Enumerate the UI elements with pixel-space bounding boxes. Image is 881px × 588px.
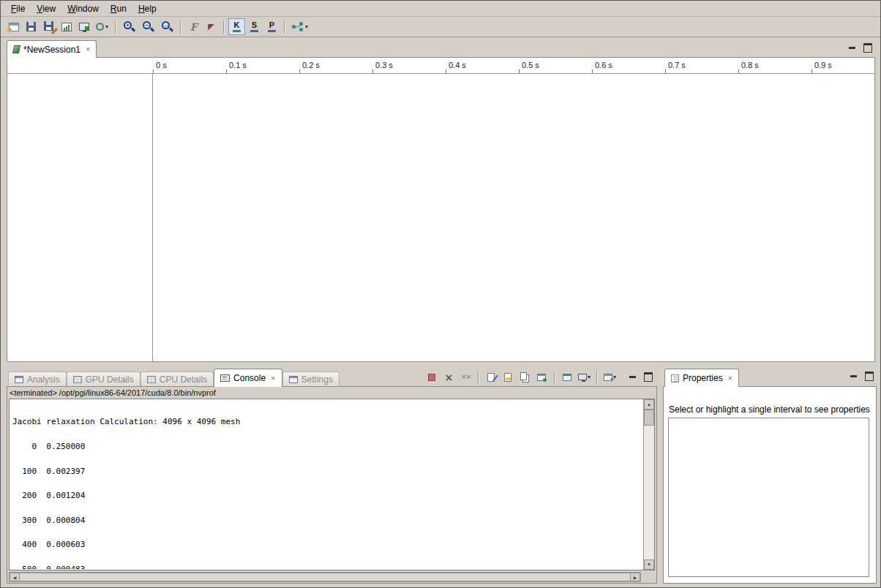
clear-console-button[interactable] [484, 369, 499, 385]
maximize-button[interactable] [865, 372, 874, 380]
scroll-left-button[interactable]: ◀ [10, 573, 20, 581]
run-analysis-dropdown-button[interactable]: ▾ [289, 18, 311, 35]
scroll-right-button[interactable]: ▶ [630, 573, 640, 581]
import-session-button[interactable] [75, 18, 92, 35]
display-selected-console-button[interactable] [560, 369, 575, 385]
save-button[interactable] [23, 18, 40, 35]
properties-message: Select or highlight a single interval to… [669, 404, 870, 415]
menu-window[interactable]: Window [61, 1, 105, 16]
dropdown-icon: ▾ [588, 374, 591, 380]
horizontal-scrollbar[interactable]: ◀ ▶ [9, 572, 641, 582]
zoom-in-button[interactable]: + [120, 18, 138, 35]
profile-application-button[interactable] [58, 18, 75, 35]
console-process-label: <terminated> /opt/pgi/linux86-64/2017/cu… [10, 388, 216, 397]
open-console-icon [604, 374, 612, 381]
analysis-tab-icon [15, 376, 23, 383]
nvvp-window: File View Window Run Help ▾ + [0, 0, 881, 588]
tab-properties[interactable]: Properties × [664, 369, 739, 387]
console-line: 0 0.250000 [12, 442, 642, 451]
kernel-toggle-button[interactable]: K [228, 18, 245, 35]
tab-analysis[interactable]: Analysis [8, 372, 67, 387]
main-toolbar: ▾ + − ↔ F ◤ K [1, 17, 880, 37]
minimize-button[interactable] [849, 372, 858, 380]
remove-all-launches-button[interactable]: ×× [458, 369, 473, 385]
menu-file[interactable]: File [5, 1, 31, 16]
settings-tab-icon [289, 376, 298, 383]
tab-settings[interactable]: Settings [282, 372, 340, 387]
minimize-button[interactable] [628, 373, 637, 382]
vertical-scrollbar[interactable]: ▲ ▼ [643, 399, 654, 570]
display-console-icon [563, 374, 571, 381]
zoom-out-button[interactable]: − [139, 18, 157, 35]
process-icon: P [268, 21, 276, 32]
collect-metrics-dropdown-button[interactable]: ▾ [93, 18, 111, 35]
console-output-text: Jacobi relaxation Calculation: 4096 x 40… [10, 400, 642, 569]
tab-analysis-label: Analysis [27, 374, 60, 385]
toolbar-separator [596, 371, 598, 384]
menu-help[interactable]: Help [132, 1, 162, 16]
save-as-button[interactable] [40, 18, 57, 35]
flag-button[interactable]: F [185, 18, 202, 35]
maximize-button[interactable] [863, 43, 872, 52]
clear-console-icon [487, 373, 495, 382]
toolbar-separator [115, 20, 116, 34]
session-tab-label: *NewSession1 [23, 45, 80, 55]
new-session-button[interactable] [5, 18, 22, 35]
dropdown-icon: ▾ [305, 24, 308, 30]
tab-cpu-details[interactable]: CPU Details [140, 372, 214, 387]
minimize-button[interactable] [847, 43, 856, 52]
open-console-dropdown-button[interactable]: ▾ [602, 369, 618, 385]
remove-all-icon: ×× [461, 374, 471, 380]
stream-toggle-button[interactable]: S [246, 18, 263, 35]
remove-launch-button[interactable]: × [441, 369, 457, 385]
ruler-tick: 0.8 s [741, 61, 759, 69]
menu-view[interactable]: View [31, 1, 61, 16]
maximize-button[interactable] [644, 373, 653, 382]
close-icon[interactable]: × [728, 374, 732, 382]
scroll-up-button[interactable]: ▲ [644, 399, 654, 410]
marker-button[interactable]: ◤ [203, 18, 220, 35]
console-toolbar: × ×× [424, 369, 657, 387]
ruler-tick: 0.5 s [522, 61, 539, 69]
word-wrap-icon [520, 372, 527, 380]
scroll-down-button[interactable]: ▼ [644, 559, 654, 570]
ruler-tick: 0.4 s [449, 61, 466, 69]
terminate-button[interactable] [424, 369, 440, 385]
console-line: 300 0.000804 [12, 516, 642, 524]
console-output[interactable]: Jacobi relaxation Calculation: 4096 x 40… [9, 399, 655, 570]
kernel-icon: K [233, 21, 241, 32]
display-console-dropdown-button[interactable]: ▾ [577, 369, 592, 385]
horizontal-scrollbar-thumb[interactable] [19, 573, 631, 581]
stream-icon: S [250, 21, 258, 32]
zoom-in-icon: + [123, 20, 135, 33]
tab-gpu-details[interactable]: GPU Details [67, 372, 140, 387]
timeline-ruler[interactable]: 0 s 0.1 s 0.2 s 0.3 s 0.4 s 0.5 s 0.6 s … [7, 58, 874, 74]
save-icon [26, 22, 36, 31]
console-icon [220, 374, 230, 382]
word-wrap-button[interactable] [517, 369, 533, 385]
vertical-scrollbar-thumb[interactable] [644, 410, 654, 426]
process-toggle-button[interactable]: P [263, 18, 280, 35]
pin-console-button[interactable] [534, 369, 550, 385]
table-icon [73, 376, 82, 383]
ruler-tick: 0.6 s [595, 61, 612, 69]
timeline-canvas[interactable] [154, 74, 874, 361]
timeline-names-column [7, 74, 153, 361]
zoom-fit-button[interactable]: ↔ [158, 18, 176, 35]
close-icon[interactable]: × [86, 45, 90, 53]
toolbar-separator [180, 20, 181, 34]
close-icon[interactable]: × [271, 374, 275, 382]
zoom-out-icon: − [142, 20, 154, 33]
dropdown-icon: ▾ [105, 24, 108, 30]
console-line: 200 0.001204 [12, 491, 642, 500]
menu-run[interactable]: Run [105, 1, 132, 16]
ruler-tick: 0.9 s [814, 61, 832, 69]
pin-console-icon [537, 374, 546, 381]
timeline-view: 0 s 0.1 s 0.2 s 0.3 s 0.4 s 0.5 s 0.6 s … [7, 57, 875, 362]
session-icon [12, 45, 20, 53]
tab-console[interactable]: Console × [214, 369, 282, 387]
toolbar-separator [284, 20, 285, 34]
tab-session[interactable]: *NewSession1 × [7, 40, 97, 58]
console-line: 500 0.000483 [12, 565, 642, 569]
scroll-lock-button[interactable] [501, 369, 516, 385]
